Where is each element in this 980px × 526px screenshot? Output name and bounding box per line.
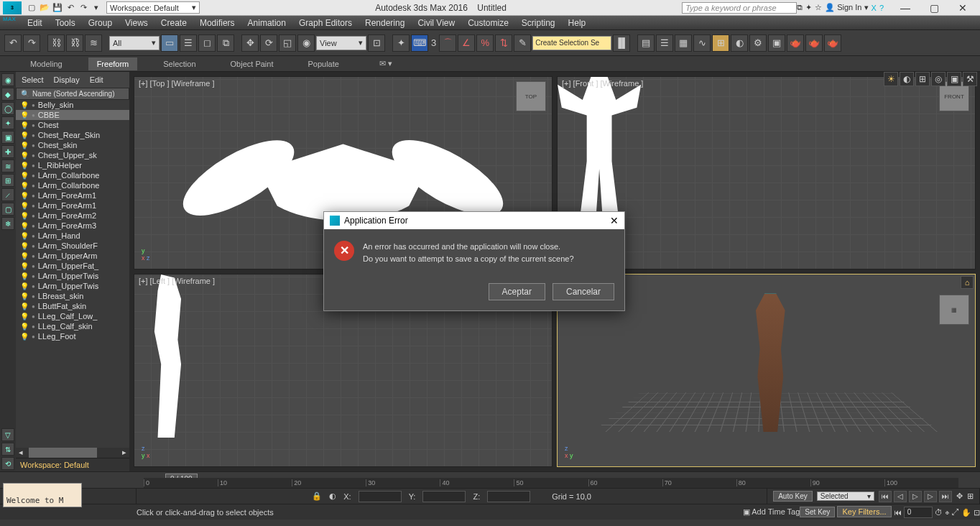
bind-spacewarp-button[interactable]: ≋ <box>85 34 102 52</box>
align-button[interactable]: ▤ <box>637 34 655 52</box>
se-hscrollbar[interactable]: ◂▸ <box>16 448 129 458</box>
help-icon[interactable]: ? <box>879 4 884 12</box>
app-logo[interactable]: 3 <box>3 1 22 14</box>
ribbon-tab-modeling[interactable]: Modeling <box>22 57 71 70</box>
exposure-icon[interactable]: ◐ <box>900 72 914 86</box>
dialog-accept-button[interactable]: Aceptar <box>489 283 545 300</box>
scene-item[interactable]: 💡●LLeg_Calf_Low_ <box>16 311 129 321</box>
keyfilters-button[interactable]: Key Filters... <box>837 506 891 517</box>
vp-front-label[interactable]: [+] [Front ] [Wireframe ] <box>562 79 643 88</box>
toggle-ribbon-button[interactable]: ▦ <box>675 34 692 52</box>
setkey-button[interactable]: Set Key <box>800 507 835 517</box>
time-slider[interactable]: 0 / 100 0102030405060708090100 <box>0 472 980 488</box>
se-bone-icon[interactable]: ⟋ <box>1 188 14 201</box>
lock-icon[interactable]: 🔒 <box>312 492 322 501</box>
vp-top-label[interactable]: [+] [Top ] [Wireframe ] <box>139 79 214 88</box>
isolate-icon[interactable]: ◐ <box>329 492 336 501</box>
se-group-icon[interactable]: ⊞ <box>1 174 14 187</box>
scene-item[interactable]: 💡●Chest_skin <box>16 140 129 150</box>
scene-item[interactable]: 💡●LArm_ForeArm1 <box>16 200 129 211</box>
y-input[interactable] <box>422 491 466 502</box>
scene-item[interactable]: 💡●LArm_ForeArm2 <box>16 211 129 221</box>
se-geom-icon[interactable]: ◆ <box>1 88 14 101</box>
scene-item[interactable]: 💡●CBBE <box>16 110 129 120</box>
scene-item[interactable]: 💡●Chest_Rear_Skin <box>16 130 129 140</box>
timetag-icon[interactable]: ▣ <box>743 507 750 516</box>
add-time-tag[interactable]: Add Time Tag <box>752 507 800 516</box>
se-helper-icon[interactable]: ✚ <box>1 145 14 158</box>
scene-item[interactable]: 💡●LButtFat_skin <box>16 301 129 311</box>
angle-snap-button[interactable]: ∠ <box>458 34 475 52</box>
ribbon-tab-freeform[interactable]: Freeform <box>88 57 138 70</box>
curve-editor-button[interactable]: ∿ <box>693 34 711 52</box>
goto-start-button[interactable]: ⏮ <box>879 491 892 502</box>
scene-item[interactable]: 💡●LArm_ForeArm1 <box>16 190 129 200</box>
menu-rendering[interactable]: Rendering <box>365 18 405 28</box>
scene-item[interactable]: 💡●LBreast_skin <box>16 291 129 301</box>
menu-animation[interactable]: Animation <box>248 18 286 28</box>
scale-button[interactable]: ◱ <box>279 34 296 52</box>
se-shape-icon[interactable]: ◯ <box>1 102 14 115</box>
current-frame-input[interactable] <box>904 507 933 518</box>
use-center-button[interactable]: ⊡ <box>368 34 385 52</box>
ribbon-tab-selection[interactable]: Selection <box>154 57 204 70</box>
render-activeshade-button[interactable]: 🫖 <box>824 34 841 52</box>
layers-button[interactable]: ☰ <box>656 34 673 52</box>
viewcube-top[interactable]: TOP <box>516 81 546 111</box>
se-display-icon[interactable]: ▽ <box>1 428 14 441</box>
key-prev-icon[interactable]: ⏮ <box>894 507 902 516</box>
vp-nav2-icon[interactable]: ⊞ <box>967 492 974 501</box>
se-cam-icon[interactable]: ▣ <box>1 131 14 144</box>
dialog-titlebar[interactable]: Application Error ✕ <box>324 212 624 229</box>
xview-icon[interactable]: ⊞ <box>915 72 930 86</box>
rect-region-button[interactable]: ◻ <box>198 34 216 52</box>
dialog-close-button[interactable]: ✕ <box>610 215 619 226</box>
link-button[interactable]: ⛓ <box>47 34 65 52</box>
se-frozen-icon[interactable]: ❄ <box>1 217 14 230</box>
menu-edit[interactable]: Edit <box>27 18 42 28</box>
se-sort-icon[interactable]: ⇅ <box>1 443 14 456</box>
menu-modifiers[interactable]: Modifiers <box>200 18 235 28</box>
menu-help[interactable]: Help <box>568 18 586 28</box>
ribbon-mail-icon[interactable]: ✉ ▾ <box>379 59 392 68</box>
safe-frame-icon[interactable]: ▣ <box>947 72 961 86</box>
dialog-cancel-button[interactable]: Cancelar <box>553 283 614 300</box>
menu-tools[interactable]: Tools <box>55 18 75 28</box>
env-icon[interactable]: ◎ <box>931 72 946 86</box>
scene-item[interactable]: 💡●LArm_Collarbone <box>16 180 129 190</box>
undo-button[interactable]: ↶ <box>4 34 22 52</box>
sunlight-icon[interactable]: ☀ <box>884 72 898 86</box>
render-setup-button[interactable]: ⚙ <box>749 34 767 52</box>
exchange-icon[interactable]: X <box>872 4 877 12</box>
se-container-icon[interactable]: ▢ <box>1 203 14 216</box>
select-by-name-button[interactable]: ☰ <box>180 34 197 52</box>
window-crossing-button[interactable]: ⧉ <box>217 34 234 52</box>
se-light-icon[interactable]: ✦ <box>1 116 14 129</box>
undo-icon[interactable]: ↶ <box>65 2 76 14</box>
goto-end-button[interactable]: ⏭ <box>939 491 952 502</box>
prev-frame-button[interactable]: ◁ <box>894 491 907 502</box>
vp-nav5-icon[interactable]: ✋ <box>961 507 971 516</box>
percent-snap-button[interactable]: % <box>476 34 494 52</box>
mirror-button[interactable]: ▐▌ <box>613 34 630 52</box>
scene-item[interactable]: 💡●LArm_UpperTwis <box>16 281 129 291</box>
scene-item[interactable]: 💡●LArm_ForeArm3 <box>16 221 129 231</box>
viewcube-persp[interactable]: ▦ <box>939 295 969 325</box>
time-config-icon[interactable]: ⏱ <box>935 507 943 516</box>
render-production-button[interactable]: 🫖 <box>787 34 804 52</box>
scene-item[interactable]: 💡●LArm_ShoulderF <box>16 241 129 251</box>
infocenter-icon[interactable]: ⧉ <box>797 3 803 12</box>
material-editor-button[interactable]: ◐ <box>731 34 748 52</box>
se-menu-edit[interactable]: Edit <box>90 75 103 84</box>
scene-item[interactable]: 💡●LArm_UpperArm <box>16 251 129 261</box>
se-sync-icon[interactable]: ⟲ <box>1 457 14 470</box>
rotate-button[interactable]: ⟳ <box>260 34 277 52</box>
ref-coord-dropdown[interactable]: View▾ <box>316 36 366 50</box>
new-icon[interactable]: ▢ <box>26 2 37 14</box>
redo-icon[interactable]: ↷ <box>78 2 89 14</box>
render-iterative-button[interactable]: 🫖 <box>805 34 823 52</box>
maxscript-listener[interactable]: Welcome to M <box>3 483 82 507</box>
scene-item[interactable]: 💡●LLeg_Foot <box>16 331 129 341</box>
scene-item[interactable]: 💡●LArm_UpperTwis <box>16 271 129 281</box>
schematic-view-button[interactable]: ⊞ <box>712 34 729 52</box>
